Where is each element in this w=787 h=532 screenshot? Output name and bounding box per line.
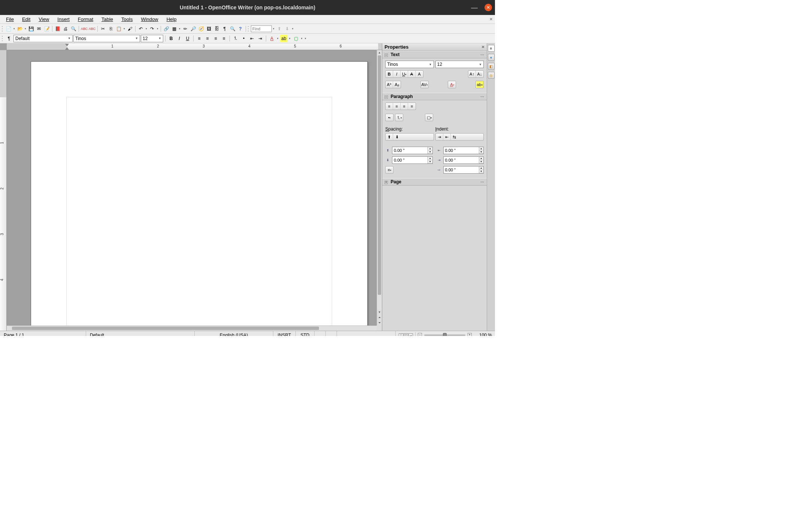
first-line-indent-marker[interactable]: [65, 44, 69, 46]
increase-indent-icon[interactable]: ⇥: [256, 35, 264, 42]
find-toolbar-handle[interactable]: [247, 25, 250, 32]
styles-dialog-icon[interactable]: ¶: [5, 35, 13, 42]
italic-icon[interactable]: I: [176, 35, 183, 42]
undo-icon[interactable]: ↶: [137, 25, 145, 33]
find-replace-icon[interactable]: 🔎: [189, 25, 197, 33]
new-document-icon[interactable]: 📄: [5, 25, 12, 33]
menu-table[interactable]: Table: [98, 16, 117, 23]
print-icon[interactable]: 🖨: [62, 25, 69, 33]
expand-icon[interactable]: +: [385, 181, 388, 184]
panel-page-header[interactable]: + Page ⋯: [382, 178, 487, 186]
horizontal-ruler[interactable]: 1 2 3 4 5 6: [7, 43, 382, 50]
underline-icon[interactable]: U: [184, 35, 191, 42]
sidebar-strike-icon[interactable]: A: [408, 71, 416, 77]
close-document-icon[interactable]: ✕: [489, 17, 493, 22]
sidebar-bullets-icon[interactable]: •▾: [386, 114, 393, 121]
nonprinting-chars-icon[interactable]: ¶: [221, 25, 228, 33]
indent-right-input[interactable]: ▲▼: [443, 156, 484, 164]
format-paintbrush-icon[interactable]: 🖌: [126, 25, 134, 33]
hanging-indent-icon[interactable]: ⇆: [451, 134, 458, 140]
panel-paragraph-header[interactable]: − Paragraph ⋯: [382, 93, 487, 100]
zoom-out-icon[interactable]: −: [418, 333, 422, 336]
left-indent-marker[interactable]: [65, 47, 69, 50]
tab-styles-icon[interactable]: ♦: [488, 54, 495, 61]
align-right-icon[interactable]: ≡: [212, 35, 219, 42]
edit-file-icon[interactable]: 📝: [43, 25, 51, 33]
sidebar-highlight-icon[interactable]: ab▾: [476, 81, 483, 88]
view-multi-page-icon[interactable]: ▯▯: [404, 333, 408, 336]
open-icon[interactable]: 📂: [16, 25, 24, 33]
sidebar-align-right-icon[interactable]: ≡: [401, 103, 408, 110]
status-selection-mode[interactable]: STD: [296, 331, 315, 336]
sidebar-size-combo[interactable]: 12▼: [435, 61, 484, 68]
status-signature[interactable]: [326, 331, 337, 336]
open-dropdown-icon[interactable]: ▾: [24, 27, 27, 30]
zoom-in-icon[interactable]: +: [468, 333, 472, 336]
email-icon[interactable]: ✉: [35, 25, 43, 33]
line-spacing-icon[interactable]: ≡▾: [386, 166, 393, 173]
sidebar-shrink-font-icon[interactable]: A↓: [476, 71, 483, 77]
menu-window[interactable]: Window: [137, 16, 162, 23]
view-book-icon[interactable]: ▭: [408, 333, 413, 336]
panel-more-icon[interactable]: ⋯: [480, 95, 484, 99]
menu-insert[interactable]: Insert: [54, 16, 73, 23]
help-icon[interactable]: ?: [237, 25, 244, 33]
spacing-below-input[interactable]: ▲▼: [392, 156, 433, 164]
horizontal-scrollbar[interactable]: [7, 325, 377, 331]
scroll-up-icon[interactable]: ▲: [377, 50, 382, 55]
sidebar-underline-icon[interactable]: U▾: [401, 71, 408, 77]
vertical-ruler[interactable]: 1 2 3 4: [0, 50, 7, 331]
sidebar-align-left-icon[interactable]: ≡: [386, 103, 393, 110]
sidebar-para-bg-icon[interactable]: ▢▾: [425, 114, 433, 121]
collapse-icon[interactable]: −: [385, 95, 388, 99]
data-sources-icon[interactable]: 🗄: [213, 25, 221, 33]
spellcheck-icon[interactable]: ABC: [80, 25, 88, 33]
new-dropdown-icon[interactable]: ▾: [13, 27, 16, 30]
hyperlink-icon[interactable]: 🔗: [162, 25, 170, 33]
table-dropdown-icon[interactable]: ▾: [178, 27, 181, 30]
next-page-icon[interactable]: ⏷: [377, 320, 382, 325]
sidebar-font-color-icon[interactable]: A▾: [448, 81, 456, 88]
document-viewport[interactable]: ▲ ▼ ⏶ ⏷: [7, 50, 382, 331]
cut-icon[interactable]: ✂: [99, 25, 107, 33]
redo-dropdown-icon[interactable]: ▾: [156, 27, 159, 30]
sidebar-grow-font-icon[interactable]: A↑: [468, 71, 476, 77]
scroll-down-icon[interactable]: ▼: [377, 310, 382, 315]
highlight-dropdown-icon[interactable]: ▾: [288, 37, 291, 40]
status-style[interactable]: Default: [86, 331, 195, 336]
sidebar-close-icon[interactable]: ✕: [481, 45, 484, 49]
font-color-dropdown-icon[interactable]: ▾: [276, 37, 279, 40]
zoom-value[interactable]: 100 %: [474, 333, 492, 336]
decrease-spacing-icon[interactable]: ⬇: [393, 134, 401, 140]
status-page[interactable]: Page 1 / 1: [0, 331, 86, 336]
document-page[interactable]: [31, 61, 368, 331]
font-name-combo[interactable]: Tinos▼: [73, 35, 140, 42]
highlight-icon[interactable]: ab: [280, 35, 288, 42]
panel-more-icon[interactable]: ⋯: [480, 180, 484, 184]
auto-spellcheck-icon[interactable]: ABC: [88, 25, 96, 33]
format-overflow-icon[interactable]: ▾: [304, 37, 307, 40]
status-insert-mode[interactable]: INSRT: [273, 331, 296, 336]
redo-icon[interactable]: ↷: [148, 25, 156, 33]
sidebar-shadow-icon[interactable]: A: [416, 71, 423, 77]
tab-navigator-icon[interactable]: ◎: [488, 72, 495, 79]
toolbar-overflow-icon[interactable]: ▾: [291, 27, 294, 30]
tab-gallery-icon[interactable]: ◧: [488, 63, 495, 70]
numbering-icon[interactable]: ⒈: [232, 35, 239, 42]
sidebar-align-center-icon[interactable]: ≡: [393, 103, 401, 110]
menu-format[interactable]: Format: [74, 16, 97, 23]
view-single-page-icon[interactable]: ▯: [399, 333, 403, 336]
background-color-icon[interactable]: ▢: [292, 35, 300, 42]
status-language[interactable]: English (USA): [195, 331, 273, 336]
increase-indent-icon[interactable]: ⇥: [436, 134, 443, 140]
menu-view[interactable]: View: [35, 16, 53, 23]
spacing-above-input[interactable]: ▲▼: [392, 147, 433, 154]
copy-icon[interactable]: ⎘: [107, 25, 115, 33]
sidebar-numbering-icon[interactable]: ⒈▾: [395, 114, 403, 121]
find-next-icon[interactable]: ⬇: [283, 25, 291, 33]
print-preview-icon[interactable]: 🔍: [70, 25, 77, 33]
indent-first-input[interactable]: ▲▼: [443, 166, 484, 174]
vscroll-thumb[interactable]: [378, 55, 381, 295]
paste-icon[interactable]: 📋: [115, 25, 122, 33]
menu-help[interactable]: Help: [163, 16, 180, 23]
